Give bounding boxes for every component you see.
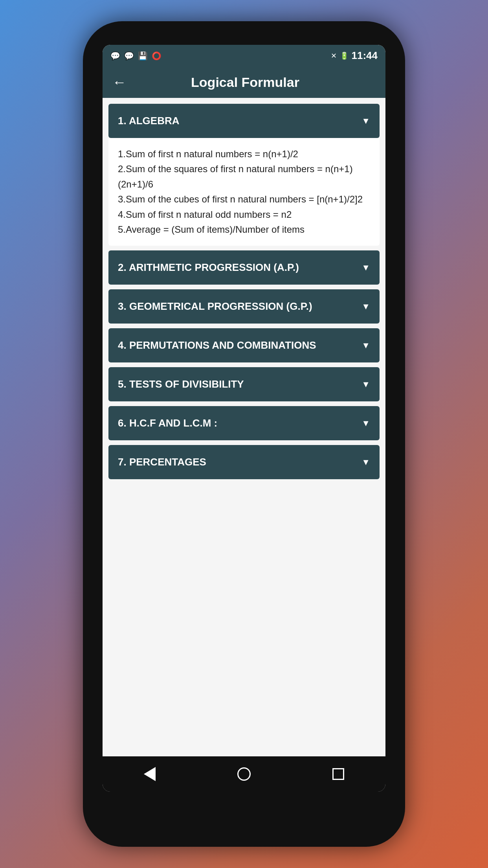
phone-outer: 💬 💬 💾 ⭕ ✕ 🔋 11:44 ← Logical Formular 1. … xyxy=(83,21,405,847)
bottom-nav xyxy=(103,756,385,792)
page-title: Logical Formular xyxy=(134,75,356,90)
home-circle-icon xyxy=(237,767,251,781)
back-triangle-icon xyxy=(144,767,156,781)
accordion-section-2: 2. ARITHMETIC PROGRESSION (A.P.) ▼ xyxy=(108,250,380,285)
signal-icon: ✕ xyxy=(331,51,337,60)
sync-icon: ⭕ xyxy=(152,51,161,61)
accordion-header-7[interactable]: 7. PERCENTAGES ▼ xyxy=(108,445,380,479)
accordion-header-2[interactable]: 2. ARITHMETIC PROGRESSION (A.P.) ▼ xyxy=(108,250,380,285)
back-button[interactable]: ← xyxy=(112,74,127,90)
accordion-content-1: 1.Sum of first n natural numbers = n(n+1… xyxy=(118,149,363,235)
accordion-section-5: 5. TESTS OF DIVISIBILITY ▼ xyxy=(108,367,380,401)
accordion-label-1: 1. ALGEBRA xyxy=(118,115,180,127)
message2-icon: 💬 xyxy=(124,51,134,61)
accordion-section-3: 3. GEOMETRICAL PROGRESSION (G.P.) ▼ xyxy=(108,289,380,324)
phone-screen: 💬 💬 💾 ⭕ ✕ 🔋 11:44 ← Logical Formular 1. … xyxy=(103,45,385,792)
accordion-body-1: 1.Sum of first n natural numbers = n(n+1… xyxy=(108,138,380,246)
accordion-label-5: 5. TESTS OF DIVISIBILITY xyxy=(118,378,244,390)
accordion-arrow-3: ▼ xyxy=(361,302,370,312)
accordion-header-5[interactable]: 5. TESTS OF DIVISIBILITY ▼ xyxy=(108,367,380,401)
status-icons-right: ✕ 🔋 11:44 xyxy=(331,50,378,62)
nav-home-button[interactable] xyxy=(228,758,260,790)
nav-recent-button[interactable] xyxy=(323,758,354,790)
accordion-section-1: 1. ALGEBRA ▼ 1.Sum of first n natural nu… xyxy=(108,104,380,246)
accordion-header-3[interactable]: 3. GEOMETRICAL PROGRESSION (G.P.) ▼ xyxy=(108,289,380,324)
battery-icon: 🔋 xyxy=(340,51,349,60)
storage-icon: 💾 xyxy=(138,51,148,61)
accordion-label-2: 2. ARITHMETIC PROGRESSION (A.P.) xyxy=(118,261,299,274)
accordion-arrow-2: ▼ xyxy=(361,263,370,273)
accordion-section-7: 7. PERCENTAGES ▼ xyxy=(108,445,380,479)
accordion-header-6[interactable]: 6. H.C.F AND L.C.M : ▼ xyxy=(108,406,380,440)
accordion-label-6: 6. H.C.F AND L.C.M : xyxy=(118,417,217,429)
nav-back-button[interactable] xyxy=(134,758,165,790)
top-bar: ← Logical Formular xyxy=(103,66,385,98)
content-area: 1. ALGEBRA ▼ 1.Sum of first n natural nu… xyxy=(103,98,385,756)
accordion-arrow-4: ▼ xyxy=(361,340,370,351)
accordion-section-6: 6. H.C.F AND L.C.M : ▼ xyxy=(108,406,380,440)
accordion-arrow-1: ▼ xyxy=(361,116,370,126)
status-time: 11:44 xyxy=(352,50,378,62)
status-icons-left: 💬 💬 💾 ⭕ xyxy=(110,51,161,61)
message1-icon: 💬 xyxy=(110,51,120,61)
accordion-header-4[interactable]: 4. PERMUTATIONS AND COMBINATIONS ▼ xyxy=(108,328,380,362)
status-bar: 💬 💬 💾 ⭕ ✕ 🔋 11:44 xyxy=(103,45,385,66)
accordion-label-3: 3. GEOMETRICAL PROGRESSION (G.P.) xyxy=(118,300,312,313)
accordion-arrow-5: ▼ xyxy=(361,379,370,390)
accordion-arrow-7: ▼ xyxy=(361,457,370,467)
recent-square-icon xyxy=(332,768,344,780)
accordion-arrow-6: ▼ xyxy=(361,418,370,428)
accordion-label-7: 7. PERCENTAGES xyxy=(118,456,206,468)
accordion-section-4: 4. PERMUTATIONS AND COMBINATIONS ▼ xyxy=(108,328,380,362)
accordion-header-1[interactable]: 1. ALGEBRA ▼ xyxy=(108,104,380,138)
accordion-label-4: 4. PERMUTATIONS AND COMBINATIONS xyxy=(118,339,316,351)
